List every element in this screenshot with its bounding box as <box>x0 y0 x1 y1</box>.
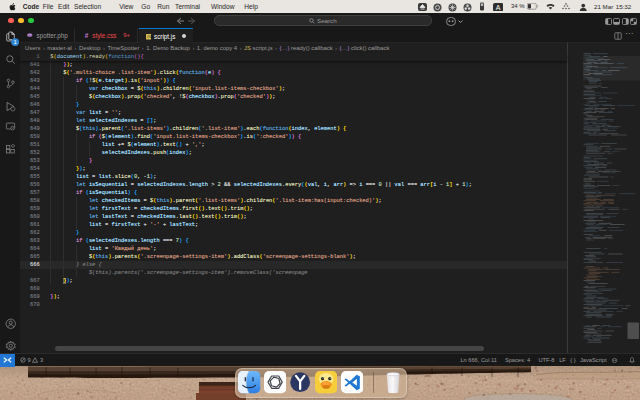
svg-text:A: A <box>496 3 501 10</box>
svg-text:JS: JS <box>146 36 151 40</box>
svg-text:1: 1 <box>13 38 17 45</box>
